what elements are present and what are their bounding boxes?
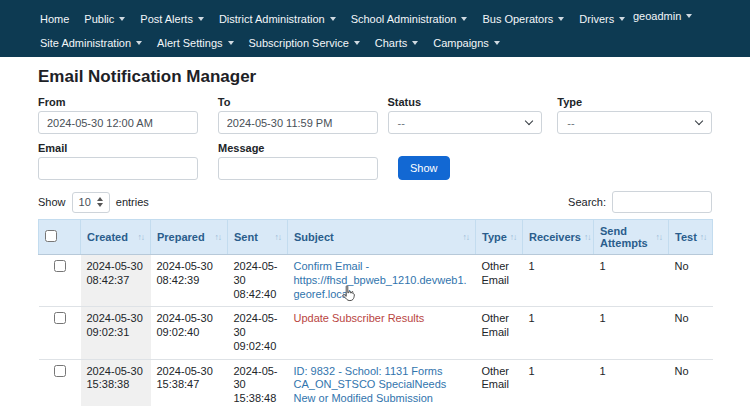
row-checkbox[interactable] [54,260,66,272]
nav-item-bus-operators[interactable]: Bus Operators [482,13,564,25]
cell-created: 2024-05-30 09:02:31 [81,307,151,359]
from-input[interactable] [38,111,198,134]
header-send-attempts-label: Send Attempts [600,225,653,249]
nav-item-post-alerts-label: Post Alerts [140,13,193,25]
sort-icon: ↑↓ [138,232,145,242]
nav-item-drivers[interactable]: Drivers [579,13,625,25]
sort-icon: ↑↓ [510,232,517,242]
show-button[interactable]: Show [398,156,450,180]
search-control: Search: [568,191,712,213]
email-input[interactable] [38,157,198,180]
chevron-down-icon [695,117,703,125]
entries-label: entries [116,196,149,208]
type-select[interactable]: -- [557,111,712,134]
cell-type: Other Email [476,359,523,406]
header-created[interactable]: Created↑↓ [81,220,151,255]
filter-row-1: From To Status -- Type -- [38,96,712,134]
header-type[interactable]: Type↑↓ [476,220,523,255]
cell-test: No [669,307,713,359]
sort-icon: ↑↓ [275,232,282,242]
subject-link-hovered[interactable]: Update Subscriber Results [294,312,425,324]
nav-item-alert-settings[interactable]: Alert Settings [157,37,233,49]
row-checkbox[interactable] [54,365,66,377]
header-subject-label: Subject [294,231,334,243]
table-controls: Show 10 entries Search: [38,191,712,213]
nav-item-site-administration-label: Site Administration [40,37,131,49]
email-label: Email [38,142,198,154]
header-send-attempts[interactable]: Send Attempts↑↓ [594,220,669,255]
navbar: Home Public Post Alerts District Adminis… [0,0,750,57]
message-label: Message [218,142,378,154]
cell-prepared: 2024-05-30 08:42:39 [151,255,228,307]
caret-down-icon [228,41,234,45]
header-sent-label: Sent [234,231,258,243]
user-menu-label: geoadmin [633,10,681,22]
search-label: Search: [568,196,606,208]
cell-sent: 2024-05-30 09:02:40 [228,307,288,359]
nav-item-bus-operators-label: Bus Operators [482,13,553,25]
page-title: Email Notification Manager [38,67,712,87]
from-label: From [38,96,198,108]
to-label: To [218,96,378,108]
header-test[interactable]: Test↑↓ [669,220,713,255]
status-select[interactable]: -- [388,111,543,134]
caret-down-icon [686,14,692,18]
nav-item-post-alerts[interactable]: Post Alerts [140,13,204,25]
status-select-value: -- [398,117,405,129]
to-input[interactable] [218,111,378,134]
user-menu[interactable]: geoadmin [633,10,692,22]
nav-item-site-administration[interactable]: Site Administration [40,37,142,49]
nav-item-campaigns[interactable]: Campaigns [433,37,500,49]
nav-item-district-administration[interactable]: District Administration [219,13,336,25]
header-sent[interactable]: Sent↑↓ [228,220,288,255]
cell-receivers: 1 [523,255,594,307]
cell-sent: 2024-05-30 08:42:40 [228,255,288,307]
caret-down-icon [330,17,336,21]
row-checkbox[interactable] [54,312,66,324]
cell-created: 2024-05-30 15:38:38 [81,359,151,406]
nav-item-district-administration-label: District Administration [219,13,325,25]
nav-item-public-label: Public [84,13,114,25]
subject-link[interactable]: Confirm Email - https://fhsd_bpweb_1210.… [294,260,467,300]
search-input[interactable] [612,191,712,213]
message-input[interactable] [218,157,378,180]
nav-item-drivers-label: Drivers [579,13,614,25]
type-label: Type [557,96,712,108]
caret-down-icon [461,17,467,21]
type-select-value: -- [567,117,574,129]
sort-icon: ↑↓ [656,232,663,242]
filter-to: To [218,96,378,134]
page-size-select[interactable]: 10 [72,192,110,213]
status-label: Status [388,96,543,108]
header-prepared[interactable]: Prepared↑↓ [151,220,228,255]
header-receivers[interactable]: Receivers↑↓ [523,220,594,255]
sort-icon: ↑↓ [700,232,707,242]
header-type-label: Type [482,231,507,243]
email-notifications-table: Created↑↓ Prepared↑↓ Sent↑↓ Subject↑↓ Ty… [38,219,713,406]
sort-icon: ↑↓ [215,232,222,242]
filter-message: Message [218,142,378,180]
header-receivers-label: Receivers [529,231,581,243]
nav-item-home[interactable]: Home [40,13,69,25]
caret-down-icon [119,17,125,21]
sort-icon: ↑↓ [463,232,470,242]
table-row: 2024-05-30 09:02:31 2024-05-30 09:02:40 … [39,307,713,359]
subject-link[interactable]: ID: 9832 - School: 1131 Forms CA_ON_STSC… [294,365,467,406]
cell-send-attempts: 1 [594,359,669,406]
cell-send-attempts: 1 [594,255,669,307]
select-all-checkbox[interactable] [45,230,57,242]
cell-receivers: 1 [523,307,594,359]
caret-down-icon [619,17,625,21]
cell-sent: 2024-05-30 15:38:48 [228,359,288,406]
cell-created: 2024-05-30 08:42:37 [81,255,151,307]
nav-item-public[interactable]: Public [84,13,125,25]
nav-item-charts[interactable]: Charts [375,37,418,49]
cell-receivers: 1 [523,359,594,406]
header-subject[interactable]: Subject↑↓ [288,220,476,255]
nav-item-subscription-service[interactable]: Subscription Service [249,37,360,49]
cell-prepared: 2024-05-30 15:38:47 [151,359,228,406]
cell-type: Other Email [476,307,523,359]
nav-item-school-administration[interactable]: School Administration [351,13,468,25]
page-length-control: Show 10 entries [38,192,149,213]
nav-item-alert-settings-label: Alert Settings [157,37,222,49]
